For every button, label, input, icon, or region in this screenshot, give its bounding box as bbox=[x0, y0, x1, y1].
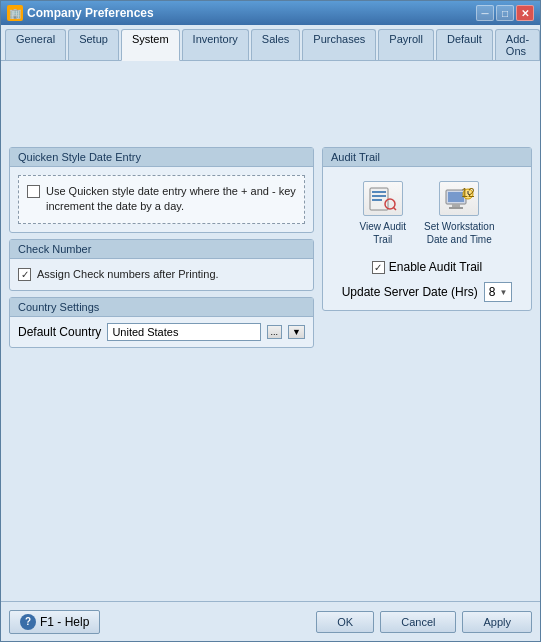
help-button[interactable]: ? F1 - Help bbox=[9, 610, 100, 634]
update-server-value: 8 bbox=[489, 285, 496, 299]
bottom-buttons: OK Cancel Apply bbox=[316, 611, 532, 633]
view-audit-trail-button[interactable]: View AuditTrail bbox=[356, 177, 411, 250]
quicken-content: Use Quicken style date entry where the +… bbox=[10, 167, 313, 232]
country-title: Country Settings bbox=[10, 298, 313, 317]
set-workstation-label: Set WorkstationDate and Time bbox=[424, 220, 494, 246]
tab-bar: General Setup System Inventory Sales Pur… bbox=[1, 25, 540, 61]
country-input[interactable] bbox=[107, 323, 260, 341]
panel-right: Audit Trail bbox=[322, 147, 532, 311]
title-bar: 🏢 Company Preferences ─ □ ✕ bbox=[1, 1, 540, 25]
bottom-bar: ? F1 - Help OK Cancel Apply bbox=[1, 601, 540, 641]
check-number-label: Assign Check numbers after Printing. bbox=[37, 267, 219, 282]
update-server-label: Update Server Date (Hrs) bbox=[342, 285, 478, 299]
tab-system[interactable]: System bbox=[121, 29, 180, 61]
quicken-group: Quicken Style Date Entry Use Quicken sty… bbox=[9, 147, 314, 233]
enable-audit-row: Enable Audit Trail bbox=[372, 260, 482, 274]
help-label: F1 - Help bbox=[40, 615, 89, 629]
svg-line-5 bbox=[393, 207, 396, 210]
svg-rect-2 bbox=[372, 195, 386, 197]
minimize-button[interactable]: ─ bbox=[476, 5, 494, 21]
country-group: Country Settings Default Country ... ▼ bbox=[9, 297, 314, 348]
tab-payroll[interactable]: Payroll bbox=[378, 29, 434, 60]
title-bar-controls: ─ □ ✕ bbox=[476, 5, 534, 21]
svg-rect-9 bbox=[449, 207, 463, 209]
quicken-box: Use Quicken style date entry where the +… bbox=[18, 175, 305, 224]
update-server-select[interactable]: 8 ▼ bbox=[484, 282, 513, 302]
set-workstation-icon: 12 bbox=[439, 181, 479, 216]
panels-row: Quicken Style Date Entry Use Quicken sty… bbox=[9, 147, 532, 593]
quicken-checkbox[interactable] bbox=[27, 185, 40, 198]
tab-purchases[interactable]: Purchases bbox=[302, 29, 376, 60]
maximize-button[interactable]: □ bbox=[496, 5, 514, 21]
enable-audit-checkbox[interactable] bbox=[372, 261, 385, 274]
view-audit-label: View AuditTrail bbox=[360, 220, 407, 246]
help-icon: ? bbox=[20, 614, 36, 630]
window-title: Company Preferences bbox=[27, 6, 476, 20]
svg-rect-8 bbox=[452, 204, 460, 207]
tab-general[interactable]: General bbox=[5, 29, 66, 60]
tab-setup[interactable]: Setup bbox=[68, 29, 119, 60]
default-country-label: Default Country bbox=[18, 325, 101, 339]
tab-inventory[interactable]: Inventory bbox=[182, 29, 249, 60]
cancel-button[interactable]: Cancel bbox=[380, 611, 456, 633]
content-area: Quicken Style Date Entry Use Quicken sty… bbox=[1, 61, 540, 601]
quicken-label: Use Quicken style date entry where the +… bbox=[46, 184, 296, 215]
update-server-row: Update Server Date (Hrs) 8 ▼ bbox=[342, 282, 513, 302]
country-browse-button[interactable]: ... bbox=[267, 325, 283, 339]
audit-trail-title: Audit Trail bbox=[323, 148, 531, 167]
tab-default[interactable]: Default bbox=[436, 29, 493, 60]
view-audit-icon bbox=[363, 181, 403, 216]
check-number-checkbox[interactable] bbox=[18, 268, 31, 281]
apply-button[interactable]: Apply bbox=[462, 611, 532, 633]
set-workstation-button[interactable]: 12 Set WorkstationDate and Time bbox=[420, 177, 498, 250]
check-number-content: Assign Check numbers after Printing. bbox=[10, 259, 313, 290]
window-icon: 🏢 bbox=[7, 5, 23, 21]
check-number-title: Check Number bbox=[10, 240, 313, 259]
svg-rect-1 bbox=[372, 191, 386, 193]
quicken-title: Quicken Style Date Entry bbox=[10, 148, 313, 167]
country-dropdown-button[interactable]: ▼ bbox=[288, 325, 305, 339]
enable-audit-label: Enable Audit Trail bbox=[389, 260, 482, 274]
close-button[interactable]: ✕ bbox=[516, 5, 534, 21]
audit-trail-content: View AuditTrail bbox=[323, 167, 531, 310]
country-row: Default Country ... ▼ bbox=[10, 317, 313, 347]
panel-left: Quicken Style Date Entry Use Quicken sty… bbox=[9, 147, 314, 348]
svg-rect-3 bbox=[372, 199, 382, 201]
tab-sales[interactable]: Sales bbox=[251, 29, 301, 60]
tab-addons[interactable]: Add-Ons bbox=[495, 29, 540, 60]
main-window: 🏢 Company Preferences ─ □ ✕ General Setu… bbox=[0, 0, 541, 642]
select-arrow-icon: ▼ bbox=[499, 288, 507, 297]
audit-buttons-row: View AuditTrail bbox=[356, 177, 499, 250]
ok-button[interactable]: OK bbox=[316, 611, 374, 633]
check-number-group: Check Number Assign Check numbers after … bbox=[9, 239, 314, 291]
audit-trail-group: Audit Trail bbox=[322, 147, 532, 311]
top-spacer bbox=[9, 69, 532, 139]
